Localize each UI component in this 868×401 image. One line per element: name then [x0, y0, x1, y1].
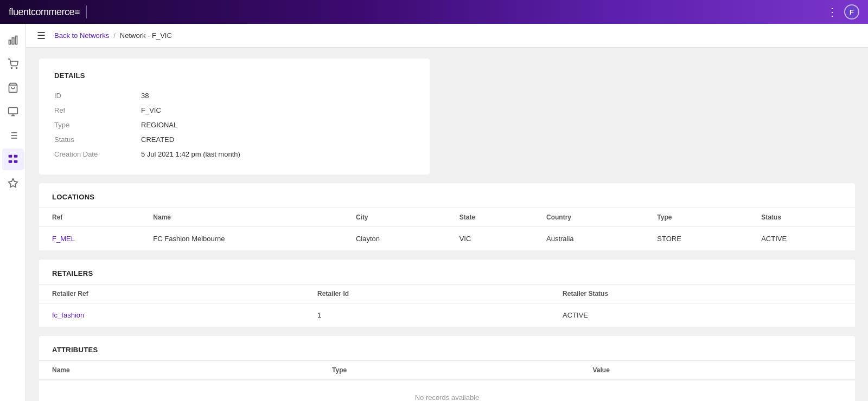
svg-rect-16	[14, 155, 17, 158]
detail-row-id: ID 38	[54, 88, 414, 103]
attributes-table-head: Name Type Value	[39, 361, 855, 380]
retailers-table-container: Retailer Ref Retailer Id Retailer Status…	[39, 284, 855, 327]
attributes-card: ATTRIBUTES Name Type Value No records av…	[39, 336, 855, 401]
detail-label-status: Status	[54, 135, 141, 144]
more-options-icon[interactable]: ⋮	[827, 5, 838, 18]
svg-rect-1	[12, 38, 14, 44]
table-row: fc_fashion 1 ACTIVE	[39, 303, 855, 327]
avatar[interactable]: F	[844, 4, 859, 20]
retailers-col-status: Retailer Status	[550, 284, 855, 303]
svg-rect-15	[8, 155, 12, 158]
sidebar-item-orders[interactable]	[2, 53, 24, 75]
location-city: Clayton	[343, 227, 446, 251]
locations-card: LOCATIONS Ref Name City State Country Ty…	[39, 183, 855, 251]
detail-value-type: REGIONAL	[141, 121, 177, 129]
sidebar-item-locations[interactable]	[2, 125, 24, 146]
hamburger-icon[interactable]: ☰	[37, 30, 46, 42]
location-name: FC Fashion Melbourne	[140, 227, 343, 251]
locations-table-body: F_MEL FC Fashion Melbourne Clayton VIC A…	[39, 227, 855, 251]
locations-col-ref: Ref	[39, 208, 140, 227]
retailer-id: 1	[304, 303, 550, 327]
retailers-card: RETAILERS Retailer Ref Retailer Id Retai…	[39, 260, 855, 327]
detail-row-ref: Ref F_VIC	[54, 103, 414, 118]
attributes-table-container: Name Type Value No records available	[39, 360, 855, 401]
retailer-ref-link[interactable]: fc_fashion	[52, 311, 84, 319]
retailers-col-ref: Retailer Ref	[39, 284, 304, 303]
header-divider	[86, 5, 87, 18]
svg-point-4	[16, 68, 17, 69]
sidebar-item-analytics[interactable]	[2, 29, 24, 51]
breadcrumb-current: Network - F_VIC	[120, 31, 172, 40]
retailers-col-id: Retailer Id	[304, 284, 550, 303]
locations-col-name: Name	[140, 208, 343, 227]
locations-title: LOCATIONS	[39, 183, 855, 208]
attributes-col-value: Value	[579, 361, 855, 380]
location-type: STORE	[644, 227, 748, 251]
header-left: fluentcommerce≡	[9, 5, 87, 18]
locations-col-country: Country	[533, 208, 644, 227]
details-title: DETAILS	[54, 72, 414, 80]
retailers-title: RETAILERS	[39, 260, 855, 284]
locations-col-city: City	[343, 208, 446, 227]
retailer-status: ACTIVE	[550, 303, 855, 327]
detail-label-creation-date: Creation Date	[54, 150, 141, 158]
detail-value-id: 38	[141, 92, 149, 100]
svg-rect-2	[15, 36, 17, 44]
svg-rect-18	[14, 160, 17, 163]
locations-table-head: Ref Name City State Country Type Status	[39, 208, 855, 227]
no-records-message: No records available	[39, 380, 855, 401]
detail-value-status: CREATED	[141, 135, 174, 144]
header-right: ⋮ F	[827, 4, 859, 20]
retailers-table-body: fc_fashion 1 ACTIVE	[39, 303, 855, 327]
location-status: ACTIVE	[748, 227, 855, 251]
details-card: DETAILS ID 38 Ref F_VIC Type REGIONAL St…	[39, 59, 430, 174]
attributes-col-type: Type	[319, 361, 579, 380]
sidebar-item-networks[interactable]	[2, 148, 24, 170]
top-header: fluentcommerce≡ ⋮ F	[0, 0, 868, 24]
location-ref: F_MEL	[39, 227, 140, 251]
locations-table-container: Ref Name City State Country Type Status …	[39, 208, 855, 251]
table-row: F_MEL FC Fashion Melbourne Clayton VIC A…	[39, 227, 855, 251]
attributes-col-name: Name	[39, 361, 319, 380]
retailers-table: Retailer Ref Retailer Id Retailer Status…	[39, 284, 855, 327]
svg-rect-0	[9, 40, 10, 44]
detail-row-type: Type REGIONAL	[54, 118, 414, 132]
main-content: DETAILS ID 38 Ref F_VIC Type REGIONAL St…	[26, 48, 868, 401]
svg-marker-19	[8, 179, 17, 187]
detail-label-id: ID	[54, 92, 141, 100]
location-country: Australia	[533, 227, 644, 251]
sidebar-item-settings[interactable]	[2, 172, 24, 194]
svg-point-3	[11, 68, 12, 69]
locations-table: Ref Name City State Country Type Status …	[39, 208, 855, 251]
retailer-ref: fc_fashion	[39, 303, 304, 327]
retailers-table-head: Retailer Ref Retailer Id Retailer Status	[39, 284, 855, 303]
logo: fluentcommerce≡	[9, 7, 80, 18]
attributes-title: ATTRIBUTES	[39, 336, 855, 360]
location-ref-link[interactable]: F_MEL	[52, 235, 75, 243]
attributes-table: Name Type Value	[39, 360, 855, 380]
breadcrumb-separator: /	[113, 31, 116, 40]
breadcrumb-bar: ☰ Back to Networks / Network - F_VIC	[26, 24, 868, 48]
sidebar-item-catalog[interactable]	[2, 101, 24, 122]
detail-row-status: Status CREATED	[54, 132, 414, 147]
locations-col-type: Type	[644, 208, 748, 227]
locations-col-state: State	[446, 208, 533, 227]
svg-rect-17	[8, 160, 12, 163]
locations-col-status: Status	[748, 208, 855, 227]
detail-value-ref: F_VIC	[141, 106, 161, 114]
back-to-networks-link[interactable]: Back to Networks	[54, 31, 109, 40]
svg-rect-6	[8, 108, 17, 114]
detail-label-ref: Ref	[54, 106, 141, 114]
sidebar	[0, 24, 26, 401]
location-state: VIC	[446, 227, 533, 251]
sidebar-item-inventory[interactable]	[2, 77, 24, 99]
detail-row-creation-date: Creation Date 5 Jul 2021 1:42 pm (last m…	[54, 147, 414, 161]
detail-value-creation-date: 5 Jul 2021 1:42 pm (last month)	[141, 150, 240, 158]
detail-label-type: Type	[54, 121, 141, 129]
